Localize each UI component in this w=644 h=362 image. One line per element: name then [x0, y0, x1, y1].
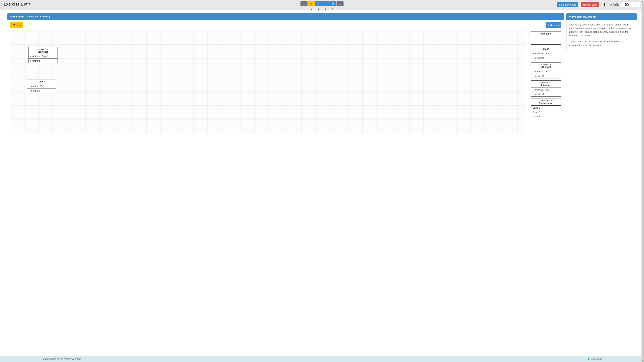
top-right-controls: Save & continue Hand in early Time left:… — [556, 2, 640, 7]
palette-interface-stereo: «interface» — [532, 81, 560, 84]
time-left-value: 83 min — [621, 2, 640, 7]
check-icon — [317, 2, 320, 5]
exercise-counter: Exercise 1 of 4 — [4, 2, 31, 6]
fullscreen-button[interactable]: Fullscreen — [546, 22, 561, 28]
main-area: Modeling the University [5 points] Help … — [2, 10, 642, 140]
problem-task: Your task: Create an analysis object mod… — [569, 40, 634, 47]
exercise-title: Modeling the University [5 points] — [10, 15, 50, 18]
uml-stereotype: «abstract» — [30, 48, 56, 50]
uml-class-name: Abstract — [30, 50, 56, 53]
exercise-panel-header: Modeling the University [5 points] — [7, 13, 564, 19]
package-tab-icon — [531, 29, 537, 30]
uml-class-name: Class — [28, 80, 55, 83]
vertical-scrollbar[interactable]: ▲ ▼ — [641, 0, 644, 140]
editor-toolbar: Help Fullscreen — [10, 22, 561, 28]
palette-package[interactable]: Package — [531, 30, 561, 44]
help-label: Help — [16, 24, 21, 26]
edit-icon — [310, 2, 312, 5]
top-bar: Exercise 1 of 4 « 1 2 — [0, 0, 644, 10]
palette-enum-case: Case 3 — [531, 114, 561, 119]
scroll-up-arrow-icon: ▲ — [642, 0, 644, 2]
exercise-panel-body: Help Fullscreen «abstract» Abstract + at… — [7, 19, 564, 137]
palette-class-attr: + attribute: Type — [531, 51, 561, 56]
uml-attribute: + attribute: Type — [27, 84, 56, 88]
palette-abstract-method: + method() — [531, 74, 561, 78]
nav-num-3: 3 — [325, 7, 326, 10]
nav-num-4: 4 — [332, 7, 334, 10]
palette-enum-case: Case 1 — [531, 106, 561, 110]
palette-abstract[interactable]: «abstract» Abstract + attribute: Type + … — [531, 62, 561, 78]
palette-enum-case: Case 2 — [531, 110, 561, 114]
palette-abstract-attr: + attribute: Type — [531, 69, 561, 74]
uml-header: Class — [27, 79, 56, 84]
resize-handle[interactable]: ‖ — [528, 30, 528, 134]
palette-interface[interactable]: «interface» Interface + attribute: Type … — [531, 80, 561, 96]
palette-abstract-name: Abstract — [532, 66, 560, 68]
problem-paragraph: A university course has a title, a descr… — [569, 23, 634, 37]
uml-header: «abstract» Abstract — [28, 47, 58, 54]
palette-class[interactable]: Class + attribute: Type + method() — [531, 46, 561, 60]
palette-interface-name: Interface — [532, 84, 560, 86]
nav-exercise-2-button[interactable] — [315, 1, 322, 6]
time-left-label: Time left: — [603, 2, 619, 7]
save-continue-button[interactable]: Save & continue — [556, 2, 578, 7]
palette-class-method: + method() — [531, 56, 561, 60]
nav-num-spacer — [340, 7, 340, 10]
diagram-canvas[interactable]: «abstract» Abstract + attribute: Type + … — [10, 30, 525, 134]
palette-class-name: Class — [543, 48, 549, 50]
uml-attribute: + attribute: Type — [28, 54, 58, 59]
modeling-panel: Modeling the University [5 points] Help … — [7, 13, 564, 137]
check-icon — [324, 2, 327, 5]
problem-header-label: Problem statement: — [572, 15, 596, 18]
palette-package-name: Package — [531, 31, 561, 44]
element-palette: Package Class + attribute: Type + method… — [531, 30, 561, 134]
canvas-abstract-class[interactable]: «abstract» Abstract + attribute: Type + … — [28, 47, 58, 63]
problem-panel: Problem statement: › A university course… — [566, 13, 637, 137]
document-icon — [569, 16, 571, 18]
nav-next-button[interactable]: » — [336, 1, 344, 6]
problem-panel-header[interactable]: Problem statement: › — [566, 13, 637, 20]
chevron-right-icon: › — [634, 15, 634, 18]
palette-enumeration[interactable]: «enumeration» Enumeration Case 1 Case 2 … — [531, 98, 561, 119]
palette-abstract-stereo: «abstract» — [532, 63, 560, 66]
nav-num-2: 2 — [318, 7, 319, 10]
canvas-class[interactable]: Class + attribute: Type + method() — [27, 79, 56, 93]
hand-in-early-button[interactable]: Hand in early — [581, 2, 600, 7]
help-icon — [12, 24, 15, 26]
uml-method: + method() — [27, 88, 56, 93]
nav-exercise-3-button[interactable] — [322, 1, 329, 6]
help-button[interactable]: Help — [10, 22, 23, 28]
palette-interface-attr: + attribute: Type — [531, 87, 561, 92]
uml-association[interactable] — [42, 63, 42, 79]
editor-row: «abstract» Abstract + attribute: Type + … — [10, 30, 561, 134]
problem-body: A university course has a title, a descr… — [566, 20, 637, 52]
exercise-nav: « 1 2 3 — [300, 1, 344, 10]
nav-num-1: 1 — [310, 7, 312, 10]
nav-num-spacer — [304, 7, 304, 10]
uml-method: + method() — [28, 59, 58, 63]
edit-icon — [332, 2, 334, 5]
nav-exercise-4-button[interactable] — [330, 1, 336, 6]
palette-enum-stereo: «enumeration» — [532, 99, 560, 102]
nav-exercise-1-button[interactable] — [308, 1, 315, 6]
scroll-thumb[interactable] — [642, 2, 644, 140]
palette-interface-method: + method() — [531, 92, 561, 96]
palette-enum-name: Enumeration — [532, 102, 560, 105]
nav-prev-button[interactable]: « — [300, 1, 308, 6]
